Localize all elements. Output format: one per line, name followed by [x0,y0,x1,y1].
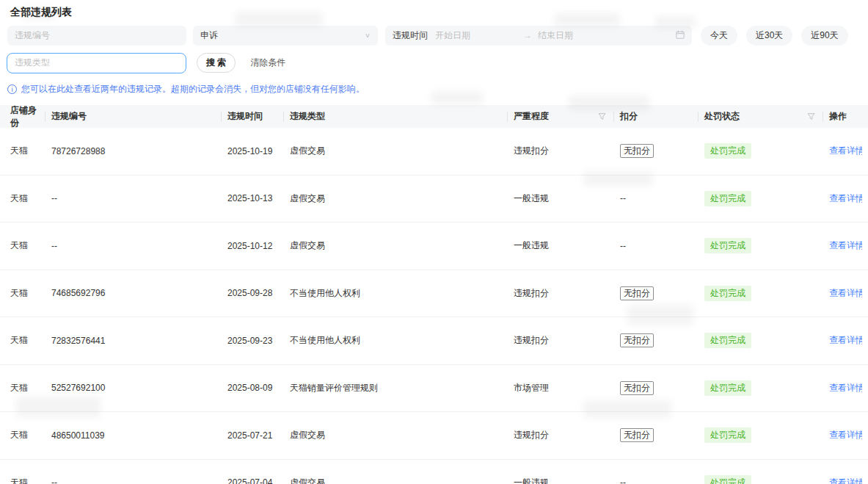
end-date-placeholder[interactable]: 结束日期 [538,29,573,42]
page-title: 全部违规列表 [0,0,868,19]
deduction-tag: 无扣分 [620,333,654,347]
cell-severity: 违规扣分 [514,287,614,300]
cell-shop-identity: 天猫 [10,239,45,252]
cell-violation-no: 48650011039 [51,430,222,441]
cell-severity: 一般违规 [514,192,614,205]
header-label: 操作 [829,110,847,123]
header-label: 违规编号 [51,110,87,123]
filter-funnel-icon[interactable] [598,112,606,120]
view-details-link[interactable]: 查看详情 [829,145,862,156]
cell-shop-identity: 天猫 [10,382,45,394]
table-row: 天猫 74685692796 2025-09-28 不当使用他人权利 违规扣分 … [0,270,868,318]
table-row: 天猫 72832576441 2025-09-23 不当使用他人权利 违规扣分 … [0,317,868,365]
status-badge: 处罚完成 [704,191,751,206]
filter-bar-row2: 违规类型 搜 索 清除条件 [7,52,868,73]
cell-severity: 违规扣分 [514,145,614,157]
cell-violation-date: 2025-07-04 [227,477,284,484]
table-row: 天猫 -- 2025-10-12 虚假交易 一般违规 -- 处罚完成 查看详情 [0,223,868,270]
view-details-link[interactable]: 查看详情 [829,335,862,345]
table-header-cell[interactable]: 扣分 [620,112,699,122]
table-header-cell[interactable]: 处罚状态 [704,112,823,122]
cell-shop-identity: 天猫 [10,145,45,157]
quick-range-90d-button[interactable]: 近90天 [801,26,847,46]
table-row: 天猫 78726728988 2025-10-19 虚假交易 违规扣分 无扣分 … [0,128,868,176]
cell-violation-date: 2025-10-13 [227,193,284,203]
cell-violation-type: 虚假交易 [290,192,508,205]
deduction-tag: 无扣分 [620,144,654,158]
filter-funnel-icon[interactable] [807,112,815,120]
cell-violation-no: 74685692796 [51,288,222,298]
cell-violation-type: 虚假交易 [290,239,508,252]
header-label: 处罚状态 [704,110,740,123]
cell-violation-date: 2025-07-21 [227,430,284,441]
cell-severity: 违规扣分 [514,334,614,347]
table-header-cell[interactable]: 店铺身份 [10,112,45,122]
info-message-line: i 您可以在此处查看近两年的违规记录。超期的记录会消失，但对您的店铺没有任何影响… [7,83,868,95]
table-row: 天猫 48650011039 2025-07-21 虚假交易 违规扣分 无扣分 … [0,412,868,460]
filter-bar-row1: 违规编号 申诉 ∨ 违规时间 开始日期 → 结束日期 今天 近30天 近90天 [7,25,868,46]
cell-violation-type: 虚假交易 [290,145,508,157]
quick-range-today-button[interactable]: 今天 [701,26,737,46]
view-details-link[interactable]: 查看详情 [829,477,862,484]
cell-violation-no: -- [51,241,222,251]
table-header-cell[interactable]: 严重程度 [514,112,614,122]
info-message-text: 您可以在此处查看近两年的违规记录。超期的记录会消失，但对您的店铺没有任何影响。 [21,83,365,95]
header-label: 违规类型 [290,110,325,123]
appeal-select-label: 申诉 [200,29,218,42]
view-details-link[interactable]: 查看详情 [829,240,862,250]
cell-severity: 一般违规 [514,477,614,484]
cell-violation-no: -- [51,193,222,203]
deduction-tag: -- [620,242,626,251]
header-label: 店铺身份 [10,104,37,129]
table-header-cell[interactable]: 违规编号 [51,112,222,122]
violation-type-input[interactable]: 违规类型 [7,53,186,73]
cell-violation-date: 2025-08-09 [227,383,284,393]
view-details-link[interactable]: 查看详情 [829,430,862,440]
violation-time-label: 违规时间 [393,29,428,42]
view-details-link[interactable]: 查看详情 [829,193,862,203]
header-label: 扣分 [620,110,638,123]
view-details-link[interactable]: 查看详情 [829,383,862,393]
cell-violation-type: 虚假交易 [290,429,508,441]
cell-violation-date: 2025-10-12 [227,241,284,251]
cell-violation-type: 虚假交易 [290,477,508,484]
cell-shop-identity: 天猫 [10,287,45,300]
violation-type-placeholder: 违规类型 [15,57,50,69]
violation-time-range-picker[interactable]: 违规时间 开始日期 → 结束日期 [385,26,692,46]
view-details-link[interactable]: 查看详情 [829,288,862,298]
range-arrow-icon: → [523,30,532,40]
quick-range-30d-button[interactable]: 近30天 [746,26,792,46]
cell-violation-date: 2025-10-19 [227,146,284,156]
deduction-tag: 无扣分 [620,286,654,300]
table-header-cell[interactable]: 操作 [829,112,862,122]
cell-violation-no: 78726728988 [51,146,222,156]
cell-violation-date: 2025-09-28 [227,288,284,298]
cell-violation-no: -- [51,477,222,484]
violation-table: 店铺身份 违规编号 违规时间 违规类型 严重程度 扣分 处罚状态 操作 天猫 7… [0,105,868,484]
cell-violation-no: 72832576441 [51,336,222,346]
clear-filters-link[interactable]: 清除条件 [250,57,285,69]
cell-violation-type: 不当使用他人权利 [290,334,508,347]
violation-list-page: 全部违规列表 违规编号 申诉 ∨ 违规时间 开始日期 → 结束日期 今天 近30… [0,0,868,484]
table-header-cell[interactable]: 违规类型 [290,112,508,122]
search-button[interactable]: 搜 索 [197,53,236,73]
status-badge: 处罚完成 [704,286,751,301]
appeal-select[interactable]: 申诉 ∨ [193,26,378,46]
chevron-down-icon: ∨ [365,32,371,39]
table-row: 天猫 -- 2025-07-04 虚假交易 一般违规 -- 处罚完成 查看详情 [0,460,868,484]
violation-no-input[interactable]: 违规编号 [7,26,186,46]
status-badge: 处罚完成 [704,333,751,348]
table-body: 天猫 78726728988 2025-10-19 虚假交易 违规扣分 无扣分 … [0,128,868,484]
table-row: 天猫 52527692100 2025-08-09 天猫销量评价管理规则 市场管… [0,365,868,413]
header-label: 严重程度 [514,110,549,123]
cell-shop-identity: 天猫 [10,334,45,347]
cell-severity: 一般违规 [514,239,614,252]
start-date-placeholder[interactable]: 开始日期 [435,29,470,42]
table-header-row: 店铺身份 违规编号 违规时间 违规类型 严重程度 扣分 处罚状态 操作 [0,105,868,128]
table-header-cell[interactable]: 违规时间 [227,112,284,122]
violation-no-placeholder: 违规编号 [15,29,50,42]
deduction-tag: -- [620,194,626,203]
info-icon: i [7,84,17,94]
status-badge: 处罚完成 [704,475,751,484]
cell-violation-type: 天猫销量评价管理规则 [290,382,508,394]
